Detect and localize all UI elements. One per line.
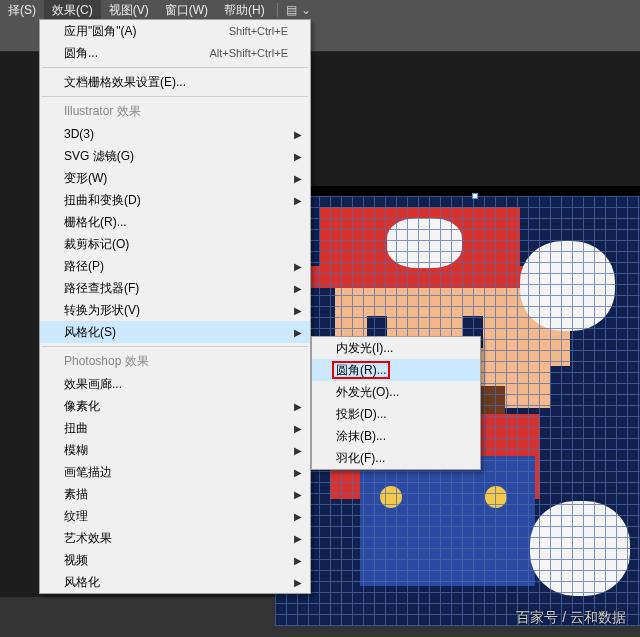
submenu-arrow-icon: ▶ [294,261,302,272]
sub-item-4[interactable]: 涂抹(B)... [312,425,480,447]
watermark: 百家号 / 云和数据 [516,609,626,627]
menu-shortcut: Alt+Shift+Ctrl+E [209,47,288,59]
ps-item-3[interactable]: 模糊▶ [40,439,310,461]
submenu-arrow-icon: ▶ [294,445,302,456]
submenu-arrow-icon: ▶ [294,173,302,184]
menu-view[interactable]: 视图(V) [101,0,157,20]
ps-item-6[interactable]: 纹理▶ [40,505,310,527]
menu-label: 扭曲和变换(D) [64,192,288,209]
menu-label: 视频 [64,552,288,569]
menu-label: 3D(3) [64,127,288,141]
menu-window[interactable]: 窗口(W) [157,0,216,20]
section-photoshop: Photoshop 效果 [40,350,310,373]
ps-item-2[interactable]: 扭曲▶ [40,417,310,439]
sub-item-3[interactable]: 投影(D)... [312,403,480,425]
ai-item-0[interactable]: 3D(3)▶ [40,123,310,145]
ps-item-0[interactable]: 效果画廊... [40,373,310,395]
menu-help[interactable]: 帮助(H) [216,0,273,20]
menu-label: 风格化 [64,574,288,591]
menu-label: SVG 滤镜(G) [64,148,288,165]
submenu-arrow-icon: ▶ [294,401,302,412]
menu-label: 应用"圆角"(A) [64,23,229,40]
submenu-arrow-icon: ▶ [294,305,302,316]
menu-label: 内发光(I)... [336,340,458,357]
ps-item-4[interactable]: 画笔描边▶ [40,461,310,483]
menu-label: 变形(W) [64,170,288,187]
menubar: 择(S) 效果(C) 视图(V) 窗口(W) 帮助(H) ▤ ⌄ [0,0,640,20]
ps-item-5[interactable]: 素描▶ [40,483,310,505]
sub-item-5[interactable]: 羽化(F)... [312,447,480,469]
sub-item-2[interactable]: 外发光(O)... [312,381,480,403]
ai-item-4[interactable]: 栅格化(R)... [40,211,310,233]
doc-raster-settings[interactable]: 文档栅格效果设置(E)... [40,71,310,93]
submenu-arrow-icon: ▶ [294,423,302,434]
menu-effects[interactable]: 效果(C) [44,0,101,20]
ps-item-9[interactable]: 风格化▶ [40,571,310,593]
submenu-arrow-icon: ▶ [294,195,302,206]
separator [42,96,308,97]
submenu-arrow-icon: ▶ [294,151,302,162]
menu-label: 像素化 [64,398,288,415]
section-illustrator: Illustrator 效果 [40,100,310,123]
menu-label: 模糊 [64,442,288,459]
menu-label: 投影(D)... [336,406,458,423]
menu-label: 素描 [64,486,288,503]
effects-dropdown: 应用"圆角"(A) Shift+Ctrl+E 圆角... Alt+Shift+C… [39,19,311,594]
handle-tm[interactable] [472,193,478,199]
submenu-arrow-icon: ▶ [294,129,302,140]
ps-item-1[interactable]: 像素化▶ [40,395,310,417]
menu-label: 圆角... [64,45,209,62]
menu-label: 纹理 [64,508,288,525]
last-effect[interactable]: 圆角... Alt+Shift+Ctrl+E [40,42,310,64]
menu-label: 路径查找器(F) [64,280,288,297]
ai-item-8[interactable]: 转换为形状(V)▶ [40,299,310,321]
menu-label: 风格化(S) [64,324,288,341]
stylize-submenu: 内发光(I)...圆角(R)...外发光(O)...投影(D)...涂抹(B).… [311,336,481,470]
submenu-arrow-icon: ▶ [294,577,302,588]
ai-item-5[interactable]: 裁剪标记(O) [40,233,310,255]
menu-label: 裁剪标记(O) [64,236,288,253]
workspace-switcher[interactable]: ▤ ⌄ [282,3,315,17]
ai-item-3[interactable]: 扭曲和变换(D)▶ [40,189,310,211]
ai-item-6[interactable]: 路径(P)▶ [40,255,310,277]
ai-item-1[interactable]: SVG 滤镜(G)▶ [40,145,310,167]
menu-label: 画笔描边 [64,464,288,481]
submenu-arrow-icon: ▶ [294,327,302,338]
chevron-down-icon: ⌄ [301,3,311,17]
sub-item-1[interactable]: 圆角(R)... [312,359,480,381]
apply-last-effect[interactable]: 应用"圆角"(A) Shift+Ctrl+E [40,20,310,42]
menu-select[interactable]: 择(S) [0,0,44,20]
menu-label: 艺术效果 [64,530,288,547]
ai-item-7[interactable]: 路径查找器(F)▶ [40,277,310,299]
submenu-arrow-icon: ▶ [294,467,302,478]
separator [42,67,308,68]
menubar-divider [277,3,278,17]
ai-item-2[interactable]: 变形(W)▶ [40,167,310,189]
menu-label: 文档栅格效果设置(E)... [64,74,288,91]
workspace-icon: ▤ [286,3,297,17]
menu-label: 外发光(O)... [336,384,458,401]
menu-label: 路径(P) [64,258,288,275]
menu-label: 栅格化(R)... [64,214,288,231]
submenu-arrow-icon: ▶ [294,511,302,522]
separator [42,346,308,347]
menu-label: 扭曲 [64,420,288,437]
menu-label: 转换为形状(V) [64,302,288,319]
submenu-arrow-icon: ▶ [294,533,302,544]
ps-item-8[interactable]: 视频▶ [40,549,310,571]
submenu-arrow-icon: ▶ [294,283,302,294]
menu-label: 圆角(R)... [336,362,458,379]
menu-label: 涂抹(B)... [336,428,458,445]
sub-item-0[interactable]: 内发光(I)... [312,337,480,359]
ps-item-7[interactable]: 艺术效果▶ [40,527,310,549]
menu-label: 效果画廊... [64,376,288,393]
menu-shortcut: Shift+Ctrl+E [229,25,288,37]
menu-label: 羽化(F)... [336,450,458,467]
submenu-arrow-icon: ▶ [294,489,302,500]
submenu-arrow-icon: ▶ [294,555,302,566]
ai-item-9[interactable]: 风格化(S)▶ [40,321,310,343]
